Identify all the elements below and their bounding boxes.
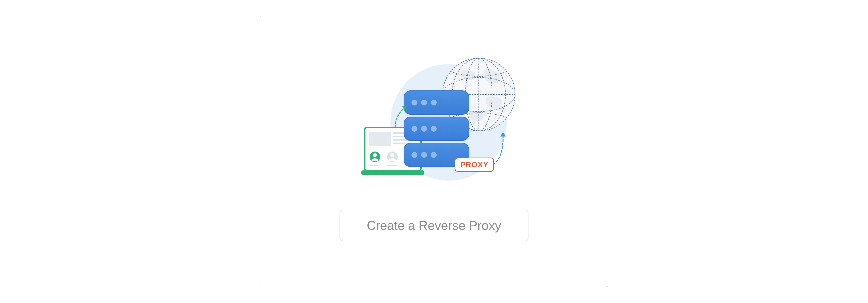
- server-dot: [431, 100, 437, 106]
- server-dot: [431, 126, 437, 132]
- server-dot: [431, 152, 437, 158]
- reverse-proxy-card: PROXY Create a Reverse Proxy: [259, 16, 609, 287]
- server-layer: [404, 90, 469, 115]
- arrow-left-icon: [391, 103, 412, 130]
- server-dot: [421, 126, 427, 132]
- server-dot: [421, 100, 427, 106]
- server-dot: [411, 152, 417, 158]
- svg-point-16: [391, 153, 394, 157]
- svg-rect-8: [369, 132, 391, 146]
- svg-point-14: [373, 153, 377, 157]
- server-dot: [411, 100, 417, 106]
- create-reverse-proxy-button[interactable]: Create a Reverse Proxy: [340, 210, 528, 241]
- server-layer: [404, 117, 469, 141]
- server-dot: [421, 152, 427, 158]
- proxy-badge: PROXY: [455, 158, 494, 172]
- server-icon: [404, 90, 469, 169]
- proxy-illustration: PROXY: [349, 62, 519, 188]
- server-dot: [411, 126, 417, 132]
